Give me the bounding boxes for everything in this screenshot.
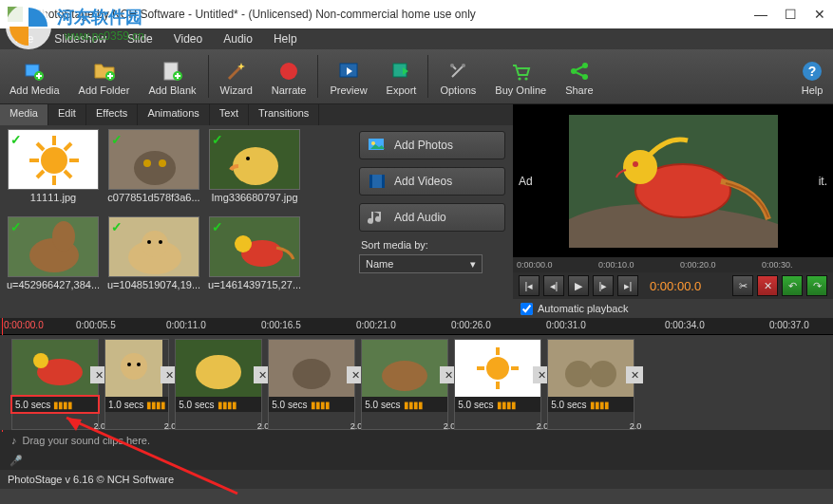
auto-playback-checkbox[interactable] [521, 303, 533, 315]
tab-text[interactable]: Text [210, 104, 249, 125]
redo-button[interactable]: ↷ [806, 275, 827, 296]
photos-icon [368, 136, 387, 155]
timeline-clip[interactable]: ✕ 2.0 5.0 secs▮▮▮▮ [175, 339, 262, 430]
svg-point-10 [519, 77, 521, 80]
timeline-clip[interactable]: ✕ 2.0 5.0 secs▮▮▮▮ [361, 339, 448, 430]
timeline-clip[interactable]: ✕ 2.0 5.0 secs▮▮▮▮ [547, 339, 634, 430]
media-item[interactable]: ✓u=1048519074,19... [106, 216, 201, 298]
maximize-button[interactable]: ☐ [785, 7, 797, 22]
play-button[interactable]: ▶ [568, 275, 589, 296]
check-icon: ✓ [10, 219, 22, 234]
minimize-button[interactable]: — [754, 7, 767, 22]
share-button[interactable]: Share [556, 49, 602, 103]
preview-video[interactable]: Ad it. [513, 104, 833, 257]
microphone-icon: 🎤 [9, 455, 23, 467]
media-item[interactable]: ✓u=1461439715,27... [207, 216, 302, 298]
toolbar: Add Media Add Folder Add Blank Wizard Na… [0, 49, 833, 104]
add-videos-button[interactable]: Add Videos [359, 167, 505, 196]
clip-duration[interactable]: 5.0 secs▮▮▮▮ [269, 397, 354, 412]
music-note-icon: ♪ [11, 435, 17, 446]
add-folder-button[interactable]: Add Folder [69, 49, 140, 103]
menu-audio[interactable]: Audio [214, 29, 262, 48]
timeline-clip[interactable]: ✕ 2.0 5.0 secs▮▮▮▮ [268, 339, 355, 430]
clip-transition-button[interactable]: ✕ [626, 366, 643, 383]
check-icon: ✓ [212, 219, 223, 234]
tab-edit[interactable]: Edit [48, 104, 86, 125]
menu-video[interactable]: Video [164, 29, 212, 48]
timeline-audio-track[interactable]: ♪ Drag your sound clips here. [0, 430, 833, 451]
svg-point-11 [525, 77, 528, 80]
svg-rect-68 [548, 340, 634, 397]
timeline-video-track[interactable]: ✕ 2.0 5.0 secs▮▮▮▮ ✕ 2.0 1.0 secs▮▮▮▮ ✕ … [0, 335, 833, 430]
tab-transitions[interactable]: Transitions [249, 104, 319, 125]
tab-media[interactable]: Media [0, 104, 48, 125]
svg-point-59 [293, 359, 331, 389]
timeline-ruler[interactable]: 0:00:00.0 0:00:05.5 0:00:11.0 0:00:16.5 … [0, 318, 833, 335]
auto-playback-row: Automatic playback [513, 299, 833, 318]
timeline-narration-track[interactable]: 🎤 [0, 451, 833, 470]
timeline-clip[interactable]: ✕ 2.0 5.0 secs▮▮▮▮ [11, 339, 99, 430]
check-icon: ✓ [111, 219, 123, 234]
media-thumbnails: ✓11111.jpg ✓c077851d578f3a6... ✓Img33668… [0, 125, 351, 302]
svg-point-36 [159, 240, 162, 244]
timeline-clip[interactable]: ✕ 2.0 1.0 secs▮▮▮▮ [104, 339, 169, 430]
svg-rect-42 [369, 175, 372, 188]
add-media-button[interactable]: Add Media [0, 49, 69, 103]
preview-panel: Ad it. 0:00:00.0 0:00:10.0 0:00:20.0 0:0… [513, 104, 833, 318]
delete-button[interactable]: ✕ [757, 275, 778, 296]
menu-slideshow[interactable]: Slideshow [45, 29, 116, 48]
menu-file[interactable]: File [6, 29, 43, 48]
options-button[interactable]: Options [430, 49, 485, 103]
clip-duration[interactable]: 5.0 secs▮▮▮▮ [455, 397, 540, 412]
narrate-button[interactable]: Narrate [262, 49, 316, 103]
media-item[interactable]: ✓11111.jpg [6, 129, 101, 211]
menu-help[interactable]: Help [264, 29, 307, 48]
app-icon [8, 7, 23, 22]
preview-controls: |◂ ◂| ▶ |▸ ▸| 0:00:00.0 ✂ ✕ ↶ ↷ [513, 272, 833, 299]
clip-duration[interactable]: 1.0 secs▮▮▮▮ [105, 397, 168, 412]
timeline-clip[interactable]: ✕ 2.0 5.0 secs▮▮▮▮ [454, 339, 541, 430]
media-item[interactable]: ✓Img336680797.jpg [207, 129, 302, 211]
export-button[interactable]: Export [377, 49, 426, 103]
svg-text:?: ? [808, 64, 817, 79]
svg-point-9 [450, 64, 454, 67]
close-button[interactable]: ✕ [814, 7, 825, 22]
svg-point-26 [134, 151, 176, 185]
title-bar: PhotoStage by NCH Software - Untitled* -… [0, 0, 833, 28]
window-title: PhotoStage by NCH Software - Untitled* -… [34, 8, 754, 21]
add-column: Add Photos Add Videos Add Audio Sort med… [351, 125, 513, 318]
add-blank-button[interactable]: Add Blank [139, 49, 205, 103]
step-fwd-button[interactable]: |▸ [593, 275, 614, 296]
skip-start-button[interactable]: |◂ [519, 275, 540, 296]
add-photos-button[interactable]: Add Photos [359, 131, 505, 159]
skip-end-button[interactable]: ▸| [617, 275, 638, 296]
sort-select[interactable]: Name▾ [359, 254, 483, 273]
media-item[interactable]: ✓u=452966427,384... [6, 216, 101, 298]
menu-slide[interactable]: Slide [118, 29, 162, 48]
add-audio-button[interactable]: Add Audio [359, 203, 505, 232]
wizard-button[interactable]: Wizard [211, 49, 262, 103]
clip-transition-duration: 2.0 [630, 421, 642, 431]
svg-point-40 [371, 141, 375, 145]
svg-point-57 [196, 355, 241, 389]
scissors-button[interactable]: ✂ [732, 275, 753, 296]
svg-point-29 [233, 147, 278, 185]
svg-point-51 [33, 353, 48, 368]
media-item[interactable]: ✓c077851d578f3a6... [106, 129, 201, 211]
clip-duration[interactable]: 5.0 secs▮▮▮▮ [548, 397, 634, 412]
tab-effects[interactable]: Effects [86, 104, 138, 125]
tab-animations[interactable]: Animations [138, 104, 209, 125]
step-back-button[interactable]: ◂| [543, 275, 564, 296]
preview-button[interactable]: Preview [320, 49, 376, 103]
preview-image [569, 115, 778, 248]
buy-online-button[interactable]: Buy Online [485, 49, 556, 103]
preview-ruler[interactable]: 0:00:00.0 0:00:10.0 0:00:20.0 0:00:30. [513, 257, 833, 272]
svg-point-34 [142, 231, 168, 257]
clip-duration[interactable]: 5.0 secs▮▮▮▮ [176, 397, 261, 412]
svg-point-48 [633, 161, 638, 167]
svg-line-24 [37, 171, 44, 177]
clip-duration[interactable]: 5.0 secs▮▮▮▮ [12, 397, 98, 412]
help-button[interactable]: ?Help [791, 49, 833, 103]
undo-button[interactable]: ↶ [782, 275, 803, 296]
clip-duration[interactable]: 5.0 secs▮▮▮▮ [362, 397, 447, 412]
